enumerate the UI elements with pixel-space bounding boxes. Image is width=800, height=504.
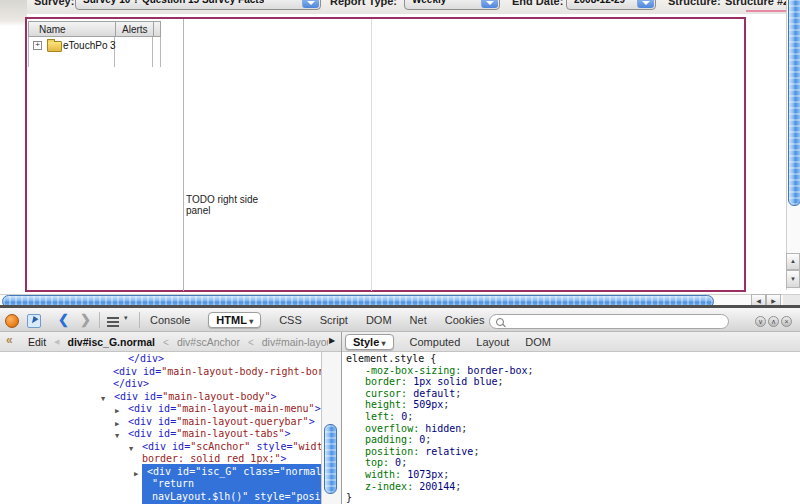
tree-node-label[interactable]: eTouchPo bbox=[63, 40, 107, 51]
css-property-row[interactable]: left: 0; bbox=[365, 411, 413, 423]
css-property-row[interactable]: cursor: default; bbox=[365, 388, 461, 400]
toolbar-separator bbox=[139, 312, 140, 328]
grid-column-alerts[interactable]: Alerts bbox=[122, 24, 148, 35]
grid-border-right bbox=[160, 37, 161, 67]
scroll-down-button[interactable]: ▼ bbox=[786, 270, 800, 288]
todo-note-line1: TODO right side bbox=[186, 194, 258, 205]
css-rule-close: } bbox=[346, 492, 352, 504]
inspect-element-icon[interactable] bbox=[27, 314, 41, 328]
tree-node[interactable]: border: solid red 1px;"> bbox=[142, 453, 287, 466]
scroll-up-button[interactable]: ▲ bbox=[786, 253, 800, 270]
expand-triangle-icon[interactable]: ▶ bbox=[115, 405, 119, 418]
grid-column-name[interactable]: Name bbox=[39, 24, 66, 35]
side-tab-layout[interactable]: Layout bbox=[476, 336, 509, 348]
tree-node[interactable]: <div id="main-layout-body-right-border"> bbox=[113, 366, 341, 379]
tree-node[interactable]: "return bbox=[152, 478, 194, 491]
structure-value: Structure #2 bbox=[725, 0, 789, 7]
css-property-row[interactable]: z-index: 200144; bbox=[365, 481, 461, 493]
caret-down-icon: ▾ bbox=[379, 339, 385, 348]
close-button[interactable]: × bbox=[781, 316, 792, 327]
collapse-triangle-icon[interactable]: ▼ bbox=[129, 443, 133, 456]
side-tab-dom[interactable]: DOM bbox=[525, 336, 551, 348]
dropdown-arrows-icon bbox=[481, 0, 498, 8]
tree-node[interactable]: </div> bbox=[113, 378, 149, 391]
expand-triangle-icon[interactable]: ▶ bbox=[115, 418, 119, 431]
search-box[interactable] bbox=[489, 314, 729, 329]
dropdown-arrows-icon bbox=[637, 0, 654, 8]
crumb-scroll-left-icon[interactable]: ◀ bbox=[54, 338, 59, 346]
edit-button[interactable]: Edit bbox=[28, 336, 46, 348]
css-property-row[interactable]: -moz-box-sizing: border-box; bbox=[365, 365, 534, 377]
forward-arrow-icon[interactable]: ❯ bbox=[80, 311, 91, 329]
css-property-row[interactable]: top: 0; bbox=[365, 457, 407, 469]
survey-label: Survey: bbox=[34, 0, 74, 7]
search-input[interactable] bbox=[508, 316, 727, 329]
detach-window-button[interactable]: ∧ bbox=[768, 316, 779, 327]
crumb-separator: < bbox=[163, 337, 169, 348]
edit-source-icon[interactable]: « bbox=[6, 333, 13, 347]
vertical-scrollbar-thumb[interactable] bbox=[788, 0, 800, 206]
css-property-row[interactable]: height: 509px; bbox=[365, 399, 449, 411]
window-corner-patch bbox=[0, 0, 27, 26]
breadcrumb-item[interactable]: div#scAnchor bbox=[177, 336, 240, 348]
crumb-separator: < bbox=[248, 337, 254, 348]
tree-node[interactable]: ▶<div id="main-layout-querybar"> bbox=[128, 416, 315, 429]
survey-select[interactable]: Survey 10 ? Question 15 Survey Facts bbox=[75, 0, 321, 10]
grid-header-divider bbox=[153, 22, 154, 36]
end-date-label: End Date: bbox=[512, 0, 563, 7]
css-rule-selector: element.style { bbox=[346, 353, 436, 365]
crumb-scroll-right-icon[interactable]: ▶ bbox=[329, 336, 335, 345]
faint-column-line bbox=[371, 19, 372, 291]
tree-node[interactable]: ▼<div id="scAnchor" style="width: 1 bbox=[142, 441, 341, 454]
firebug-tab-dom[interactable]: DOM bbox=[366, 314, 392, 326]
tree-node[interactable]: </div> bbox=[128, 353, 164, 366]
firebug-main-tabs: ConsoleHTML ▾CSSScriptDOMNetCookies bbox=[150, 310, 484, 330]
css-style-panel: element.style {-moz-box-sizing: border-b… bbox=[342, 352, 800, 504]
side-tab-computed[interactable]: Computed bbox=[410, 336, 461, 348]
breadcrumb-item[interactable]: div#isc_G.normal bbox=[67, 336, 155, 348]
firebug-tab-console[interactable]: Console bbox=[150, 314, 190, 326]
menu-caret-icon[interactable]: ▾ bbox=[124, 314, 128, 322]
firebug-tab-net[interactable]: Net bbox=[410, 314, 427, 326]
firebug-tab-cookies[interactable]: Cookies bbox=[445, 314, 485, 326]
tree-node[interactable]: ▶<div id="main-layout-main-menu"> bbox=[128, 403, 321, 416]
collapse-triangle-icon[interactable]: ▼ bbox=[101, 393, 105, 406]
html-tree-panel: </div><div id="main-layout-body-right-bo… bbox=[0, 352, 341, 504]
firebug-tab-html[interactable]: HTML ▾ bbox=[208, 312, 261, 328]
expand-plus-icon[interactable]: + bbox=[33, 41, 42, 50]
breadcrumb-item[interactable]: div#main-layout-ta bbox=[262, 336, 328, 348]
tree-node[interactable]: ▼<div id="main-layout-body"> bbox=[114, 391, 277, 404]
tree-node[interactable]: navLayout.$lh()" style="positi bbox=[152, 491, 333, 504]
back-arrow-icon[interactable]: ❮ bbox=[58, 311, 69, 329]
end-date-select[interactable]: 2008-12-29 bbox=[566, 0, 656, 10]
firebug-tab-css[interactable]: CSS bbox=[279, 314, 302, 326]
side-tab-style[interactable]: Style ▾ bbox=[345, 334, 394, 350]
menu-list-icon[interactable] bbox=[107, 317, 119, 319]
css-property-row[interactable]: width: 1073px; bbox=[365, 469, 449, 481]
grid-header: Name Alerts bbox=[28, 21, 161, 37]
firebug-tab-script[interactable]: Script bbox=[320, 314, 348, 326]
expand-triangle-icon[interactable]: ▶ bbox=[134, 468, 138, 481]
content-red-border-box bbox=[25, 17, 746, 292]
firebug-icon[interactable] bbox=[5, 314, 19, 328]
grid-header-divider bbox=[115, 22, 116, 36]
tree-scrollbar-thumb[interactable] bbox=[324, 424, 337, 494]
grid-border-left bbox=[28, 37, 29, 67]
minimize-button[interactable]: ∨ bbox=[755, 316, 766, 327]
css-property-row[interactable]: overflow: hidden; bbox=[365, 423, 467, 435]
structure-label: Structure: bbox=[668, 0, 721, 7]
search-icon bbox=[496, 318, 504, 326]
todo-note-line2: panel bbox=[186, 205, 210, 216]
grid-column-line bbox=[152, 37, 153, 67]
css-property-row[interactable]: border: 1px solid blue; bbox=[365, 376, 504, 388]
toolbar-separator bbox=[99, 312, 100, 328]
dropdown-arrows-icon bbox=[302, 0, 319, 8]
css-property-row[interactable]: position: relative; bbox=[365, 446, 479, 458]
css-property-row[interactable]: padding: 0; bbox=[365, 434, 431, 446]
report-type-select[interactable]: Weekly bbox=[404, 0, 500, 10]
collapse-triangle-icon[interactable]: ▼ bbox=[115, 430, 119, 443]
red-border-line bbox=[746, 10, 787, 12]
tree-node[interactable]: ▶<div id="isc_G" class="normal" bbox=[147, 466, 328, 479]
breadcrumb: Edit ◀ div#isc_G.normal<div#scAnchor<div… bbox=[28, 334, 328, 350]
tree-node[interactable]: ▼<div id="main-layout-tabs"> bbox=[128, 428, 291, 441]
